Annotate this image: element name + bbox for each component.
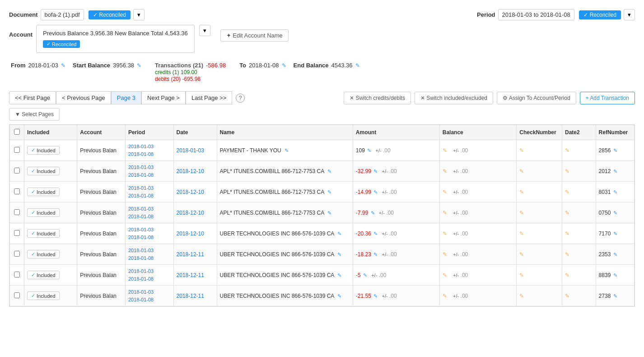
period-from-date[interactable]: 2018-01-03	[128, 226, 171, 234]
account-dropdown-button[interactable]: ▾	[199, 25, 210, 36]
period-from-date[interactable]: 2018-01-03	[128, 164, 171, 171]
date2-edit-icon[interactable]: ✎	[565, 210, 569, 216]
refnum-edit-icon[interactable]: ✎	[613, 210, 617, 216]
amount-edit-icon[interactable]: ✎	[373, 189, 378, 195]
balance-edit-icon[interactable]: ✎	[443, 251, 447, 258]
start-balance-edit-icon[interactable]: ✎	[137, 62, 141, 69]
period-to-date[interactable]: 2018-01-08	[128, 171, 171, 179]
refnum-edit-icon[interactable]: ✎	[613, 189, 617, 195]
balance-plus-minus[interactable]: +/-	[453, 189, 459, 195]
balance-edit-icon[interactable]: ✎	[443, 293, 447, 299]
row-checkbox-7[interactable]	[14, 292, 20, 298]
from-edit-icon[interactable]: ✎	[61, 62, 65, 69]
date2-edit-icon[interactable]: ✎	[565, 168, 569, 174]
assign-account-period-button[interactable]: ⚙ Assign To Account/Period	[497, 92, 576, 104]
row-checkbox-5[interactable]	[14, 251, 20, 257]
period-from-date[interactable]: 2018-01-03	[128, 143, 171, 150]
refnum-edit-icon[interactable]: ✎	[613, 148, 617, 153]
amount-edit-icon[interactable]: ✎	[373, 293, 378, 299]
included-badge[interactable]: ✓ Included	[27, 188, 60, 196]
checknum-edit-icon[interactable]: ✎	[519, 189, 524, 195]
row-checkbox-0[interactable]	[14, 147, 20, 153]
amount-plus-minus[interactable]: +/-	[382, 293, 388, 299]
amount-edit-icon[interactable]: ✎	[373, 231, 378, 236]
name-edit-icon[interactable]: ✎	[327, 169, 331, 174]
current-page-button[interactable]: Page 3	[111, 91, 141, 104]
name-edit-icon[interactable]: ✎	[327, 189, 331, 195]
balance-plus-minus[interactable]: +/-	[453, 252, 459, 257]
amount-edit-icon[interactable]: ✎	[367, 148, 371, 153]
amount-plus-minus[interactable]: +/-	[382, 169, 388, 174]
checknum-edit-icon[interactable]: ✎	[519, 251, 524, 258]
included-badge[interactable]: ✓ Included	[27, 229, 60, 238]
amount-plus-minus[interactable]: +/-	[371, 272, 377, 278]
included-badge[interactable]: ✓ Included	[27, 167, 60, 175]
balance-plus-minus[interactable]: +/-	[453, 210, 459, 216]
included-badge[interactable]: ✓ Included	[27, 271, 60, 279]
included-badge[interactable]: ✓ Included	[27, 146, 60, 155]
amount-edit-icon[interactable]: ✎	[363, 272, 367, 278]
refnum-edit-icon[interactable]: ✎	[613, 169, 617, 174]
period-from-date[interactable]: 2018-01-03	[128, 288, 171, 296]
switch-included-excluded-button[interactable]: ✕ Switch included/excluded	[415, 92, 493, 104]
amount-plus-minus[interactable]: +/-	[382, 252, 388, 257]
date2-edit-icon[interactable]: ✎	[565, 293, 569, 299]
row-checkbox-3[interactable]	[14, 209, 20, 215]
refnum-edit-icon[interactable]: ✎	[613, 252, 617, 257]
balance-edit-icon[interactable]: ✎	[443, 168, 447, 174]
period-from-date[interactable]: 2018-01-03	[128, 184, 171, 192]
period-from-date[interactable]: 2018-01-03	[128, 247, 171, 254]
next-page-button[interactable]: Next Page >	[141, 91, 186, 104]
amount-edit-icon[interactable]: ✎	[373, 169, 378, 174]
period-to-date[interactable]: 2018-01-08	[128, 275, 171, 283]
period-dropdown-button[interactable]: ▾	[624, 9, 635, 20]
period-to-date[interactable]: 2018-01-08	[128, 192, 171, 200]
name-edit-icon[interactable]: ✎	[327, 210, 331, 216]
checknum-edit-icon[interactable]: ✎	[519, 293, 524, 299]
row-checkbox-1[interactable]	[14, 168, 20, 174]
date2-edit-icon[interactable]: ✎	[565, 189, 569, 195]
balance-plus-minus[interactable]: +/-	[453, 293, 459, 299]
date2-edit-icon[interactable]: ✎	[565, 251, 569, 258]
amount-plus-minus[interactable]: +/-	[376, 148, 382, 153]
balance-edit-icon[interactable]: ✎	[443, 272, 447, 278]
date2-edit-icon[interactable]: ✎	[565, 147, 569, 154]
edit-account-name-button[interactable]: ✦ Edit Account Name	[220, 29, 289, 42]
period-to-date[interactable]: 2018-01-08	[128, 234, 171, 241]
balance-edit-icon[interactable]: ✎	[443, 189, 447, 195]
balance-plus-minus[interactable]: +/-	[453, 169, 459, 174]
period-to-date[interactable]: 2018-01-08	[128, 254, 171, 262]
checknum-edit-icon[interactable]: ✎	[519, 210, 524, 216]
prev-page-button[interactable]: < Previous Page	[56, 91, 111, 104]
refnum-edit-icon[interactable]: ✎	[613, 293, 617, 299]
name-edit-icon[interactable]: ✎	[337, 293, 341, 299]
name-edit-icon[interactable]: ✎	[337, 272, 341, 278]
select-all-checkbox[interactable]	[14, 129, 20, 135]
name-edit-icon[interactable]: ✎	[337, 252, 341, 257]
name-edit-icon[interactable]: ✎	[337, 231, 341, 236]
balance-edit-icon[interactable]: ✎	[443, 230, 447, 237]
included-badge[interactable]: ✓ Included	[27, 250, 60, 258]
period-from-date[interactable]: 2018-01-03	[128, 268, 171, 275]
amount-plus-minus[interactable]: +/-	[382, 231, 388, 236]
checknum-edit-icon[interactable]: ✎	[519, 147, 524, 154]
date2-edit-icon[interactable]: ✎	[565, 272, 569, 278]
checknum-edit-icon[interactable]: ✎	[519, 230, 524, 237]
period-to-date[interactable]: 2018-01-08	[128, 150, 171, 158]
amount-plus-minus[interactable]: +/-	[382, 189, 388, 195]
add-transaction-button[interactable]: + Add Transaction	[580, 92, 635, 104]
balance-plus-minus[interactable]: +/-	[453, 272, 459, 278]
refnum-edit-icon[interactable]: ✎	[613, 231, 617, 236]
checknum-edit-icon[interactable]: ✎	[519, 168, 524, 174]
amount-edit-icon[interactable]: ✎	[373, 252, 378, 257]
to-edit-icon[interactable]: ✎	[282, 62, 286, 69]
switch-credits-debits-button[interactable]: ✕ Switch credits/debits	[344, 92, 411, 104]
period-from-date[interactable]: 2018-01-03	[128, 205, 171, 213]
balance-edit-icon[interactable]: ✎	[443, 147, 447, 154]
period-to-date[interactable]: 2018-01-08	[128, 213, 171, 221]
select-pages-button[interactable]: ▼ Select Pages	[9, 108, 60, 121]
row-checkbox-2[interactable]	[14, 188, 20, 194]
row-checkbox-4[interactable]	[14, 230, 20, 236]
included-badge[interactable]: ✓ Included	[27, 208, 60, 217]
amount-edit-icon[interactable]: ✎	[371, 210, 375, 216]
